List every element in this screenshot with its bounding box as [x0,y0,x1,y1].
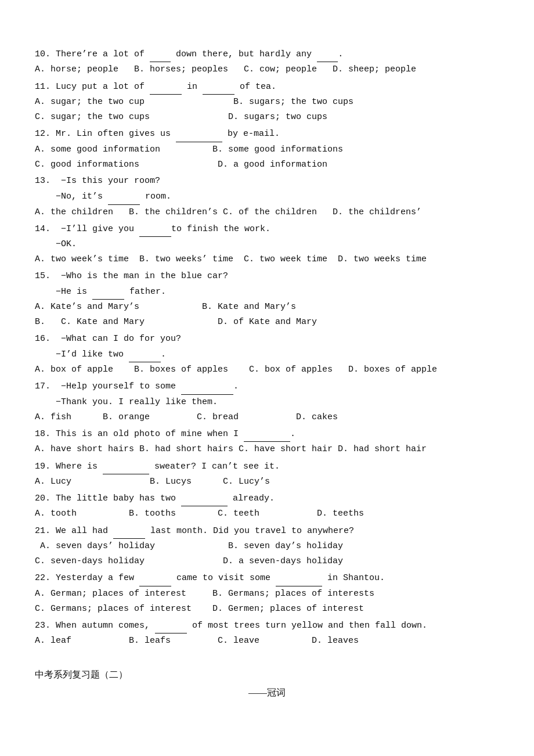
question-11: 11. Lucy put a lot of in of tea. A. suga… [35,79,499,125]
question-19: 19. Where is sweater? I can’t see it. A.… [35,459,499,490]
section-subtitle: ——冠词 [35,685,499,700]
question-13: 13. −Is this your room? −No, it’s room. … [35,174,499,220]
question-16: 16. −What can I do for you? −I’d like tw… [35,332,499,378]
question-14: 14. −I’ll give you to finish the work. −… [35,221,499,268]
section-title: 中考系列复习题（二） [35,667,499,682]
question-22: 22. Yesterday a few came to visit some i… [35,570,499,617]
question-17: 17. −Help yourself to some . −Thank you.… [35,379,499,425]
question-21: 21. We all had last month. Did you trave… [35,523,499,570]
question-18: 18. This is an old photo of mine when I … [35,426,499,458]
exam-content: 10. There’re a lot of down there, but ha… [35,46,499,700]
question-12: 12. Mr. Lin often gives us by e-mail. A.… [35,126,499,172]
question-10: 10. There’re a lot of down there, but ha… [35,46,499,78]
question-20: 20. The little baby has two already. A. … [35,491,499,522]
section-footer: 中考系列复习题（二） ——冠词 [35,667,499,700]
question-15: 15. −Who is the man in the blue car? −He… [35,269,499,330]
question-23: 23. When autumn comes, of most trees tur… [35,618,499,649]
